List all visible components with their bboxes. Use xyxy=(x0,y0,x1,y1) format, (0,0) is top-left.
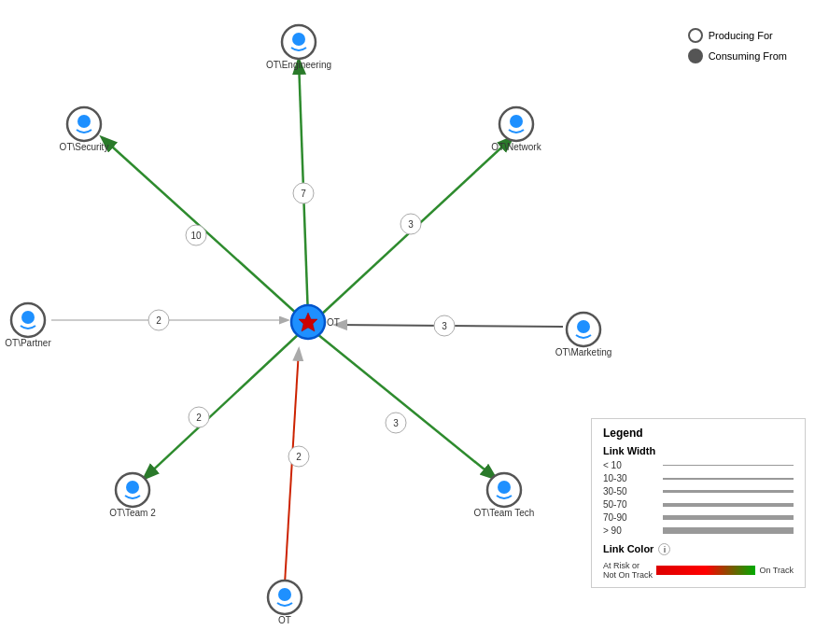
svg-text:3: 3 xyxy=(442,321,447,331)
svg-text:3: 3 xyxy=(393,418,399,428)
node-network[interactable]: OT\Network xyxy=(491,107,541,152)
legend-label-50-70: 50-70 xyxy=(603,499,659,510)
svg-text:OT\Partner: OT\Partner xyxy=(5,338,51,348)
svg-text:OT\Network: OT\Network xyxy=(491,142,541,152)
svg-point-20 xyxy=(292,33,305,46)
legend-link-width-title: Link Width xyxy=(603,445,794,456)
edge-label-marketing: 3 xyxy=(434,315,455,336)
node-team2[interactable]: OT\Team 2 xyxy=(109,473,156,518)
svg-point-32 xyxy=(577,320,590,333)
legend-row-gt90: > 90 xyxy=(603,525,794,536)
svg-text:OT: OT xyxy=(327,317,340,328)
svg-text:OT\Team 2: OT\Team 2 xyxy=(109,508,156,518)
svg-point-29 xyxy=(21,311,35,324)
svg-text:2: 2 xyxy=(196,413,202,423)
svg-point-41 xyxy=(278,588,291,601)
edge-label-teamtech-top: 3 xyxy=(386,413,406,433)
svg-point-35 xyxy=(126,481,139,494)
legend-line-50-70 xyxy=(663,503,794,507)
on-track-label: On Track xyxy=(759,566,794,575)
color-bar xyxy=(656,566,755,575)
node-security[interactable]: OT\Security xyxy=(60,107,109,152)
legend-line-30-50 xyxy=(663,490,794,493)
svg-text:OT\Engineering: OT\Engineering xyxy=(266,60,331,70)
edge-teamtech xyxy=(317,334,495,478)
legend-row-lt10: < 10 xyxy=(603,460,794,470)
legend-label-10-30: 10-30 xyxy=(603,473,659,483)
svg-text:2: 2 xyxy=(156,315,162,326)
svg-text:3: 3 xyxy=(408,219,414,230)
legend-label-30-50: 30-50 xyxy=(603,486,659,497)
legend-line-10-30 xyxy=(663,478,794,480)
edge-label-network: 3 xyxy=(400,214,421,234)
node-engineering[interactable]: OT\Engineering xyxy=(266,25,331,70)
node-partner[interactable]: OT\Partner xyxy=(5,303,51,348)
svg-point-26 xyxy=(510,115,523,128)
svg-point-23 xyxy=(77,115,91,128)
edge-label-security: 10 xyxy=(186,225,206,245)
link-color-info-icon[interactable]: i xyxy=(658,543,670,555)
svg-text:7: 7 xyxy=(301,189,306,199)
legend-box: Legend Link Width < 10 10-30 30-50 50-70… xyxy=(591,418,806,588)
legend-row-70-90: 70-90 xyxy=(603,512,794,523)
svg-text:OT\Team Tech: OT\Team Tech xyxy=(474,508,535,518)
edge-label-partner: 2 xyxy=(148,310,169,330)
svg-text:OT\Security: OT\Security xyxy=(60,142,109,152)
edge-team2 xyxy=(145,332,301,478)
legend-line-70-90 xyxy=(663,515,794,520)
node-marketing[interactable]: OT\Marketing xyxy=(555,313,612,357)
legend-title: Legend xyxy=(603,427,794,440)
center-node[interactable]: OT xyxy=(291,305,340,339)
link-color-row: At Risk orNot On Track On Track xyxy=(603,561,794,580)
edge-label-team2-top: 2 xyxy=(189,407,209,427)
edge-label-engineering: 7 xyxy=(293,183,314,203)
legend-line-gt90 xyxy=(663,527,794,534)
svg-text:OT\Marketing: OT\Marketing xyxy=(555,347,612,357)
legend-row-10-30: 10-30 xyxy=(603,473,794,483)
svg-text:2: 2 xyxy=(296,452,302,462)
legend-link-color-title: Link Color i xyxy=(603,543,794,555)
legend-row-30-50: 30-50 xyxy=(603,486,794,497)
svg-text:OT: OT xyxy=(278,615,291,625)
at-risk-label: At Risk orNot On Track xyxy=(603,561,653,580)
node-teamtech[interactable]: OT\Team Tech xyxy=(474,473,535,518)
legend-row-50-70: 50-70 xyxy=(603,499,794,510)
svg-text:10: 10 xyxy=(190,231,202,241)
legend-label-lt10: < 10 xyxy=(603,460,659,470)
node-ot-bottom[interactable]: OT xyxy=(268,581,302,625)
legend-label-70-90: 70-90 xyxy=(603,512,659,523)
legend-line-lt10 xyxy=(663,465,794,466)
svg-point-38 xyxy=(498,481,511,494)
edge-label-team2-bottom: 2 xyxy=(288,446,309,467)
legend-label-gt90: > 90 xyxy=(603,525,659,536)
